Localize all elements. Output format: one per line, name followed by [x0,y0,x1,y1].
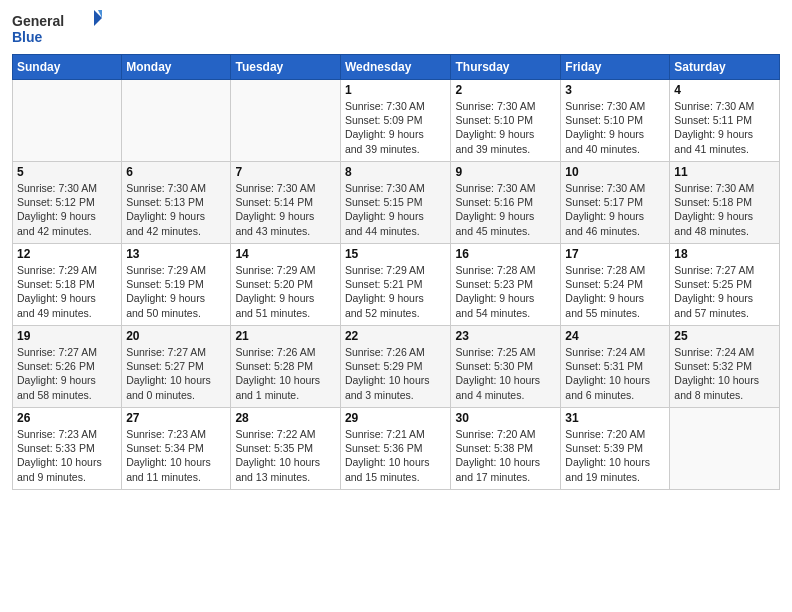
calendar-week-5: 26Sunrise: 7:23 AMSunset: 5:33 PMDayligh… [13,408,780,490]
day-number: 12 [17,247,117,261]
day-number: 15 [345,247,447,261]
day-info: Sunrise: 7:30 AMSunset: 5:12 PMDaylight:… [17,181,117,238]
weekday-header-saturday: Saturday [670,55,780,80]
weekday-header-row: SundayMondayTuesdayWednesdayThursdayFrid… [13,55,780,80]
day-number: 6 [126,165,226,179]
day-info: Sunrise: 7:20 AMSunset: 5:38 PMDaylight:… [455,427,556,484]
empty-cell [13,80,122,162]
day-number: 7 [235,165,335,179]
day-cell-22: 22Sunrise: 7:26 AMSunset: 5:29 PMDayligh… [340,326,451,408]
logo: General Blue [12,10,102,46]
day-number: 27 [126,411,226,425]
day-cell-13: 13Sunrise: 7:29 AMSunset: 5:19 PMDayligh… [122,244,231,326]
day-info: Sunrise: 7:25 AMSunset: 5:30 PMDaylight:… [455,345,556,402]
day-number: 28 [235,411,335,425]
day-cell-31: 31Sunrise: 7:20 AMSunset: 5:39 PMDayligh… [561,408,670,490]
day-number: 9 [455,165,556,179]
day-cell-10: 10Sunrise: 7:30 AMSunset: 5:17 PMDayligh… [561,162,670,244]
day-info: Sunrise: 7:30 AMSunset: 5:14 PMDaylight:… [235,181,335,238]
day-info: Sunrise: 7:24 AMSunset: 5:31 PMDaylight:… [565,345,665,402]
day-cell-8: 8Sunrise: 7:30 AMSunset: 5:15 PMDaylight… [340,162,451,244]
weekday-header-sunday: Sunday [13,55,122,80]
day-cell-25: 25Sunrise: 7:24 AMSunset: 5:32 PMDayligh… [670,326,780,408]
day-cell-6: 6Sunrise: 7:30 AMSunset: 5:13 PMDaylight… [122,162,231,244]
weekday-header-wednesday: Wednesday [340,55,451,80]
day-cell-1: 1Sunrise: 7:30 AMSunset: 5:09 PMDaylight… [340,80,451,162]
day-number: 30 [455,411,556,425]
empty-cell [231,80,340,162]
day-number: 21 [235,329,335,343]
day-info: Sunrise: 7:30 AMSunset: 5:10 PMDaylight:… [565,99,665,156]
day-info: Sunrise: 7:30 AMSunset: 5:15 PMDaylight:… [345,181,447,238]
day-number: 10 [565,165,665,179]
day-number: 5 [17,165,117,179]
day-number: 4 [674,83,775,97]
day-cell-20: 20Sunrise: 7:27 AMSunset: 5:27 PMDayligh… [122,326,231,408]
day-number: 2 [455,83,556,97]
day-info: Sunrise: 7:29 AMSunset: 5:21 PMDaylight:… [345,263,447,320]
day-info: Sunrise: 7:27 AMSunset: 5:25 PMDaylight:… [674,263,775,320]
day-number: 23 [455,329,556,343]
day-info: Sunrise: 7:29 AMSunset: 5:20 PMDaylight:… [235,263,335,320]
day-number: 3 [565,83,665,97]
svg-text:Blue: Blue [12,29,43,45]
day-info: Sunrise: 7:30 AMSunset: 5:18 PMDaylight:… [674,181,775,238]
day-cell-16: 16Sunrise: 7:28 AMSunset: 5:23 PMDayligh… [451,244,561,326]
calendar-week-1: 1Sunrise: 7:30 AMSunset: 5:09 PMDaylight… [13,80,780,162]
day-number: 25 [674,329,775,343]
day-number: 14 [235,247,335,261]
day-info: Sunrise: 7:29 AMSunset: 5:19 PMDaylight:… [126,263,226,320]
calendar-week-4: 19Sunrise: 7:27 AMSunset: 5:26 PMDayligh… [13,326,780,408]
day-info: Sunrise: 7:23 AMSunset: 5:34 PMDaylight:… [126,427,226,484]
day-cell-17: 17Sunrise: 7:28 AMSunset: 5:24 PMDayligh… [561,244,670,326]
weekday-header-tuesday: Tuesday [231,55,340,80]
day-number: 16 [455,247,556,261]
day-info: Sunrise: 7:20 AMSunset: 5:39 PMDaylight:… [565,427,665,484]
day-number: 13 [126,247,226,261]
day-cell-12: 12Sunrise: 7:29 AMSunset: 5:18 PMDayligh… [13,244,122,326]
day-cell-4: 4Sunrise: 7:30 AMSunset: 5:11 PMDaylight… [670,80,780,162]
day-info: Sunrise: 7:28 AMSunset: 5:23 PMDaylight:… [455,263,556,320]
day-info: Sunrise: 7:30 AMSunset: 5:13 PMDaylight:… [126,181,226,238]
calendar-table: SundayMondayTuesdayWednesdayThursdayFrid… [12,54,780,490]
day-cell-26: 26Sunrise: 7:23 AMSunset: 5:33 PMDayligh… [13,408,122,490]
day-cell-5: 5Sunrise: 7:30 AMSunset: 5:12 PMDaylight… [13,162,122,244]
day-cell-27: 27Sunrise: 7:23 AMSunset: 5:34 PMDayligh… [122,408,231,490]
weekday-header-friday: Friday [561,55,670,80]
logo-svg: General Blue [12,10,102,46]
day-info: Sunrise: 7:23 AMSunset: 5:33 PMDaylight:… [17,427,117,484]
day-info: Sunrise: 7:30 AMSunset: 5:16 PMDaylight:… [455,181,556,238]
day-cell-21: 21Sunrise: 7:26 AMSunset: 5:28 PMDayligh… [231,326,340,408]
day-cell-29: 29Sunrise: 7:21 AMSunset: 5:36 PMDayligh… [340,408,451,490]
day-info: Sunrise: 7:28 AMSunset: 5:24 PMDaylight:… [565,263,665,320]
day-number: 18 [674,247,775,261]
day-cell-28: 28Sunrise: 7:22 AMSunset: 5:35 PMDayligh… [231,408,340,490]
day-info: Sunrise: 7:29 AMSunset: 5:18 PMDaylight:… [17,263,117,320]
day-info: Sunrise: 7:27 AMSunset: 5:26 PMDaylight:… [17,345,117,402]
day-info: Sunrise: 7:24 AMSunset: 5:32 PMDaylight:… [674,345,775,402]
day-number: 29 [345,411,447,425]
day-info: Sunrise: 7:30 AMSunset: 5:10 PMDaylight:… [455,99,556,156]
weekday-header-monday: Monday [122,55,231,80]
svg-text:General: General [12,13,64,29]
day-number: 31 [565,411,665,425]
day-info: Sunrise: 7:30 AMSunset: 5:11 PMDaylight:… [674,99,775,156]
day-number: 11 [674,165,775,179]
day-number: 20 [126,329,226,343]
day-cell-19: 19Sunrise: 7:27 AMSunset: 5:26 PMDayligh… [13,326,122,408]
day-cell-2: 2Sunrise: 7:30 AMSunset: 5:10 PMDaylight… [451,80,561,162]
day-info: Sunrise: 7:22 AMSunset: 5:35 PMDaylight:… [235,427,335,484]
day-cell-3: 3Sunrise: 7:30 AMSunset: 5:10 PMDaylight… [561,80,670,162]
day-info: Sunrise: 7:26 AMSunset: 5:28 PMDaylight:… [235,345,335,402]
day-info: Sunrise: 7:21 AMSunset: 5:36 PMDaylight:… [345,427,447,484]
day-cell-30: 30Sunrise: 7:20 AMSunset: 5:38 PMDayligh… [451,408,561,490]
calendar-week-3: 12Sunrise: 7:29 AMSunset: 5:18 PMDayligh… [13,244,780,326]
calendar-week-2: 5Sunrise: 7:30 AMSunset: 5:12 PMDaylight… [13,162,780,244]
day-cell-23: 23Sunrise: 7:25 AMSunset: 5:30 PMDayligh… [451,326,561,408]
empty-cell [122,80,231,162]
day-info: Sunrise: 7:30 AMSunset: 5:09 PMDaylight:… [345,99,447,156]
day-cell-15: 15Sunrise: 7:29 AMSunset: 5:21 PMDayligh… [340,244,451,326]
day-cell-11: 11Sunrise: 7:30 AMSunset: 5:18 PMDayligh… [670,162,780,244]
weekday-header-thursday: Thursday [451,55,561,80]
empty-cell [670,408,780,490]
